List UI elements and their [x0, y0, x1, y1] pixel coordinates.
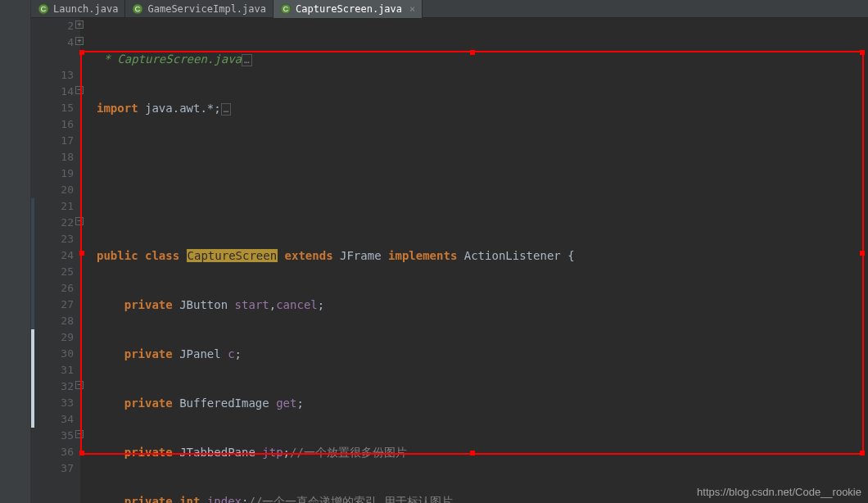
java-class-icon: C: [280, 3, 292, 15]
svg-text:C: C: [135, 5, 141, 13]
tab-label: CaptureScreen.java: [296, 3, 402, 15]
line-number: 29: [61, 331, 74, 343]
watermark-text: https://blog.csdn.net/Code__rookie: [697, 486, 861, 498]
line-number: 13: [61, 69, 74, 81]
folded-region[interactable]: …: [221, 103, 232, 116]
change-marker: [31, 395, 34, 411]
line-number: 31: [61, 364, 74, 376]
change-marker: [31, 264, 34, 280]
tab-label: GameServiceImpl.java: [147, 3, 266, 15]
line-number: 25: [61, 265, 74, 278]
line-number: 22: [61, 216, 74, 229]
resize-handle[interactable]: [79, 251, 84, 256]
folded-region[interactable]: …: [242, 54, 252, 66]
line-number: 4: [67, 36, 74, 48]
code-text: import: [97, 102, 138, 115]
code-text: implements: [382, 249, 464, 262]
tab-label: Launch.java: [53, 3, 118, 15]
line-number: 23: [61, 233, 74, 245]
line-number: 26: [61, 282, 74, 294]
change-marker: [31, 329, 34, 346]
code-text: ActionListener: [464, 249, 561, 262]
change-marker: [31, 313, 34, 329]
line-number: 33: [61, 397, 74, 409]
change-marker: [31, 346, 34, 362]
java-class-icon: C: [132, 3, 143, 15]
change-marker: [31, 378, 34, 395]
change-marker: [31, 280, 34, 297]
code-text: {: [561, 249, 575, 262]
line-number-gutter[interactable]: 2+ 4+ 13 14− 15 16 17 18 19 20 21 22− 23…: [31, 18, 80, 503]
line-number: 20: [61, 184, 74, 196]
code-text: * CaptureScreen.java: [97, 52, 242, 66]
code-editor[interactable]: * CaptureScreen.java… import java.awt.*;…: [80, 18, 868, 503]
code-text: //一个一直会递增的索引,用于标认图片: [248, 495, 452, 503]
change-marker: [31, 247, 34, 264]
resize-handle[interactable]: [79, 451, 84, 455]
close-icon[interactable]: ×: [409, 3, 415, 15]
tab-gameservice[interactable]: C GameServiceImpl.java: [125, 0, 274, 18]
line-number: 32: [61, 380, 74, 392]
editor-area: 2+ 4+ 13 14− 15 16 17 18 19 20 21 22− 23…: [31, 18, 868, 503]
change-marker: [31, 297, 34, 313]
change-marker: [31, 362, 34, 378]
line-number: 35: [61, 429, 74, 442]
line-number: 18: [61, 151, 74, 163]
line-number: 37: [61, 462, 74, 474]
tab-capturescreen[interactable]: C CaptureScreen.java ×: [274, 0, 423, 18]
line-number: 14: [61, 85, 74, 97]
code-text: //一个放置很多份图片: [290, 446, 407, 459]
change-marker: [31, 411, 34, 428]
line-number: 24: [61, 249, 74, 261]
code-text: public class: [97, 249, 187, 262]
tool-window-bar[interactable]: [0, 0, 31, 503]
change-marker: [31, 231, 34, 247]
line-number: 27: [61, 298, 74, 310]
tab-launch[interactable]: C Launch.java: [31, 0, 125, 18]
line-number: 16: [61, 118, 74, 130]
line-number: 28: [61, 315, 74, 327]
change-marker: [31, 198, 34, 215]
code-text: java.awt.*;: [138, 102, 221, 115]
line-number: 15: [61, 102, 74, 114]
svg-text:C: C: [283, 5, 289, 13]
line-number: 17: [61, 134, 74, 147]
line-number: 21: [61, 200, 74, 212]
line-number: 2: [67, 20, 74, 32]
java-class-icon: C: [38, 3, 49, 15]
code-text: extends: [278, 249, 340, 262]
line-number: 30: [61, 347, 74, 360]
line-number: 19: [61, 167, 74, 179]
editor-tab-bar: C Launch.java C GameServiceImpl.java C C…: [31, 0, 868, 18]
resize-handle[interactable]: [79, 50, 84, 55]
code-text: JFrame: [340, 249, 382, 262]
code-text: CaptureScreen: [187, 249, 278, 262]
svg-text:C: C: [41, 5, 47, 13]
line-number: 34: [61, 413, 74, 425]
line-number: 36: [61, 446, 74, 458]
change-marker: [31, 215, 34, 231]
